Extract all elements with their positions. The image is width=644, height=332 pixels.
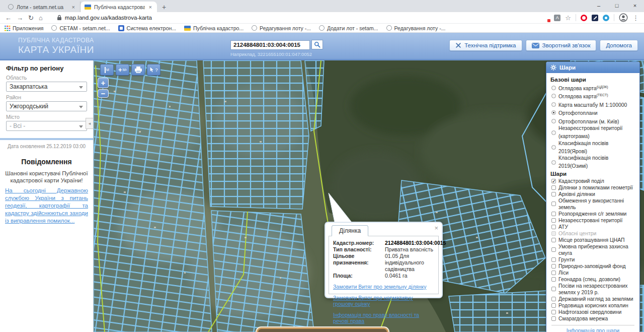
layer-checkbox-option[interactable]: Кадастровий поділ xyxy=(550,178,635,184)
layer-checkbox-option[interactable]: Смарагдова мережа xyxy=(550,315,635,322)
tab-close-icon[interactable]: × xyxy=(71,4,76,10)
bookmark-item[interactable]: Система електрон... xyxy=(118,25,176,31)
base-layer-option[interactable]: Оглядова карта(ЦДЗК) xyxy=(550,84,635,92)
checkbox-icon xyxy=(551,231,556,236)
browser-tab-cadastral-map[interactable]: Публічна кадастрова карта Укр × xyxy=(80,2,157,12)
home-icon[interactable]: ⌂ xyxy=(39,15,43,21)
layer-checkbox-option[interactable]: Незареєстровані території xyxy=(550,217,635,224)
popup-link[interactable]: Замовити Витяг про земельну ділянку xyxy=(333,284,434,290)
base-layer-option[interactable]: Незареєстровані території (картограма) xyxy=(550,125,635,140)
message-link[interactable]: На сьогодні Державною службою України з … xyxy=(5,187,88,225)
bookmark-item[interactable]: CETAM - setam.net... xyxy=(51,25,110,31)
base-layer-option[interactable]: Оглядова карта(ТЕСТ) xyxy=(550,92,635,100)
layer-label: Геонадра (спец. дозволи) xyxy=(558,276,620,283)
layer-checkbox-option[interactable]: Ліси xyxy=(550,270,635,276)
base-layer-option[interactable]: Ортофотоплани (м. Київ) xyxy=(550,117,635,125)
measure-length-button[interactable]: М xyxy=(100,64,114,76)
layer-label: Посіви на незареєстрованих землях у 2019… xyxy=(558,283,635,296)
layer-checkbox-option[interactable]: Обласні центри xyxy=(550,230,635,237)
url-box[interactable]: map.land.gov.ua/kadastrova-karta xyxy=(48,15,538,21)
reload-icon[interactable]: ↻ xyxy=(28,15,34,21)
feedback-button[interactable]: Зворотний зв'язок xyxy=(526,40,597,51)
bookmark-item[interactable]: Публічна кадастро... xyxy=(184,25,244,31)
bottom-notification-peek[interactable] xyxy=(257,327,388,332)
new-tab-button[interactable]: + xyxy=(157,3,171,12)
minimize-button[interactable]: – xyxy=(590,0,608,11)
layer-checkbox-option[interactable]: Природно-заповідний фонд xyxy=(550,263,635,270)
help-label: Допомога xyxy=(606,42,632,48)
help-button[interactable]: Допомога xyxy=(600,40,638,51)
base-layer-option[interactable]: Ортофотоплани xyxy=(550,108,635,116)
layers-panel-header[interactable]: Шари xyxy=(546,62,639,73)
zoom-out-button[interactable]: − xyxy=(98,89,109,98)
layer-checkbox-option[interactable]: Державний нагляд за землями xyxy=(550,296,635,302)
divider-bar xyxy=(0,138,93,140)
bookmark-label: Додати лот - setam... xyxy=(327,25,378,31)
bookmark-item[interactable]: Редагування лоту -... xyxy=(252,25,311,31)
layer-checkbox-option[interactable]: Місце розташування ЦНАП xyxy=(550,237,635,243)
url-text: map.land.gov.ua/kadastrova-karta xyxy=(65,15,152,21)
print-button[interactable] xyxy=(131,64,145,76)
layer-checkbox-option[interactable]: Нафтогазові свердловини xyxy=(550,309,635,315)
browser-tab-lots[interactable]: Лоти - setam.net.ua × xyxy=(4,2,80,12)
filter-title: Фільтр по регіону xyxy=(6,64,87,72)
forward-icon[interactable]: → xyxy=(17,15,23,21)
district-label: Район xyxy=(6,94,87,100)
cadastral-number-input[interactable] xyxy=(230,40,310,50)
radio-icon xyxy=(551,94,556,98)
dark-extension-icon[interactable] xyxy=(592,15,598,21)
sidebar-collapse-button[interactable]: ◂ xyxy=(86,118,93,129)
layer-label: Обласні центри xyxy=(558,230,596,237)
layer-checkbox-option[interactable]: АТУ xyxy=(550,224,635,230)
separator xyxy=(614,14,614,21)
bookmark-star-icon[interactable]: ☆ xyxy=(565,14,571,22)
opera-extension-icon[interactable] xyxy=(581,15,587,21)
base-layer-option[interactable]: Карта масштабу М 1:100000 xyxy=(550,100,635,108)
layer-checkbox-option[interactable]: Родовища корисних копалин xyxy=(550,302,635,309)
zoom-in-button[interactable]: + xyxy=(98,78,109,88)
base-layer-option[interactable]: Класифікація посівів 2019(Ярові) xyxy=(550,140,635,155)
browser-menu-icon[interactable]: ⋮ xyxy=(632,14,639,22)
blue-extension-icon[interactable] xyxy=(603,15,609,21)
tab-close-icon[interactable]: × xyxy=(148,4,153,10)
city-select[interactable]: - Всі - xyxy=(6,121,87,131)
profile-avatar-icon[interactable] xyxy=(619,13,628,22)
layer-checkbox-option[interactable]: Посіви на незареєстрованих землях у 2019… xyxy=(550,283,635,296)
checkbox-icon xyxy=(551,277,556,282)
layer-checkbox-option[interactable]: Ділянки з помилками геометрії xyxy=(550,184,635,191)
layer-checkbox-option[interactable]: Розпорядження с/г землями xyxy=(550,211,635,217)
bookmark-item[interactable]: Приложения xyxy=(4,25,43,31)
back-icon[interactable]: ← xyxy=(5,15,12,21)
identify-button[interactable]: ? xyxy=(147,64,160,76)
bookmark-item[interactable]: Редагування лоту -... xyxy=(386,25,446,31)
layer-checkbox-option[interactable]: Обмеження у використанні земель xyxy=(550,197,635,211)
translate-icon[interactable]: A xyxy=(554,15,560,21)
bookmark-label: Редагування лоту -... xyxy=(394,25,446,31)
bookmark-favicon xyxy=(319,25,325,31)
popup-link[interactable]: Інформація про право власності та речові… xyxy=(333,312,434,324)
close-window-button[interactable]: × xyxy=(626,0,644,11)
popup-close-icon[interactable]: × xyxy=(434,224,438,232)
layer-label: Кадастровий поділ xyxy=(558,178,604,184)
layer-checkbox-option[interactable]: Грунти xyxy=(550,256,635,263)
district-select[interactable]: Ужгородський xyxy=(6,101,87,111)
measure-area-button[interactable]: +М² xyxy=(116,64,129,76)
globe-favicon xyxy=(8,4,14,10)
bookmark-favicon xyxy=(386,25,392,31)
layer-label: Умовна прибережна захисна смуга xyxy=(558,243,635,256)
site-logo[interactable]: ПУБЛІЧНА КАДАСТРОВА КАРТА УКРАЇНИ xyxy=(18,37,94,55)
attribute-label: Тип власності: xyxy=(333,246,385,253)
popup-link[interactable]: Замовити Витяг про нормативну грошову оц… xyxy=(333,295,434,307)
layer-checkbox-option[interactable]: Архівні ділянки xyxy=(550,191,635,197)
region-select[interactable]: Закарпатська xyxy=(6,82,87,92)
layers-info-link[interactable]: Інформація про шари xyxy=(550,327,635,332)
layer-checkbox-option[interactable]: Геонадра (спец. дозволи) xyxy=(550,276,635,283)
tech-support-button[interactable]: Технічна підтримка xyxy=(449,40,522,51)
map-canvas[interactable]: М +М² ? + − × Ділянка xyxy=(94,60,644,332)
search-button[interactable] xyxy=(311,40,323,49)
bookmark-item[interactable]: Додати лот - setam... xyxy=(319,25,378,31)
base-layer-option[interactable]: Класифікація посівів 2019(Озимі) xyxy=(550,155,635,169)
layer-checkbox-option[interactable]: Умовна прибережна захисна смуга xyxy=(550,243,635,256)
parcel-tab[interactable]: Ділянка xyxy=(332,225,368,236)
maximize-button[interactable]: □ xyxy=(608,0,626,11)
